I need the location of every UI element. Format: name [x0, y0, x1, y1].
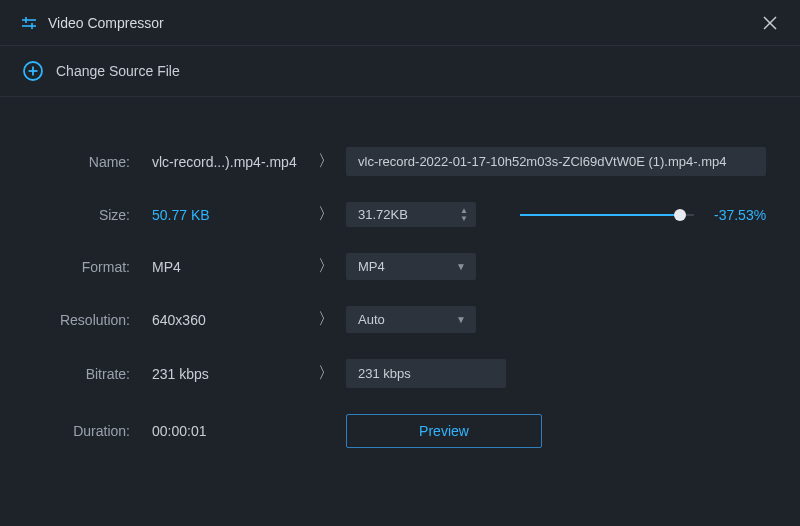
- label-format: Format:: [28, 259, 134, 275]
- titlebar: Video Compressor: [0, 0, 800, 46]
- chevron-down-icon: ▼: [456, 261, 466, 272]
- stepper-arrows: ▲ ▼: [460, 207, 468, 222]
- row-name: Name: vlc-record...).mp4-.mp4 〉 vlc-reco…: [28, 147, 772, 176]
- format-select[interactable]: MP4 ▼: [346, 253, 476, 280]
- arrow-icon: 〉: [306, 151, 346, 172]
- preview-button[interactable]: Preview: [346, 414, 542, 448]
- slider-thumb[interactable]: [674, 209, 686, 221]
- row-size: Size: 50.77 KB 〉 31.72KB ▲ ▼ -37.53%: [28, 202, 772, 227]
- row-bitrate: Bitrate: 231 kbps 〉 231 kbps: [28, 359, 772, 388]
- label-size: Size:: [28, 207, 134, 223]
- row-duration: Duration: 00:00:01 Preview: [28, 414, 772, 448]
- label-bitrate: Bitrate:: [28, 366, 134, 382]
- arrow-icon: 〉: [306, 309, 346, 330]
- compression-percent: -37.53%: [714, 207, 772, 223]
- target-size-value: 31.72KB: [358, 207, 408, 222]
- resolution-selected: Auto: [358, 312, 385, 327]
- label-name: Name:: [28, 154, 134, 170]
- source-format: MP4: [134, 259, 306, 275]
- chevron-down-icon: ▼: [456, 314, 466, 325]
- close-button[interactable]: [760, 13, 780, 33]
- target-size-stepper[interactable]: 31.72KB ▲ ▼: [346, 202, 476, 227]
- settings-form: Name: vlc-record...).mp4-.mp4 〉 vlc-reco…: [0, 97, 800, 468]
- compressor-icon: [20, 14, 38, 32]
- source-size: 50.77 KB: [134, 207, 306, 223]
- format-selected: MP4: [358, 259, 385, 274]
- source-name: vlc-record...).mp4-.mp4: [134, 154, 306, 170]
- size-slider[interactable]: [520, 214, 694, 216]
- arrow-icon: 〉: [306, 256, 346, 277]
- label-resolution: Resolution:: [28, 312, 134, 328]
- stepper-down-icon[interactable]: ▼: [460, 215, 468, 222]
- change-source-label: Change Source File: [56, 63, 180, 79]
- stepper-up-icon[interactable]: ▲: [460, 207, 468, 214]
- window-title: Video Compressor: [48, 15, 164, 31]
- add-icon: [22, 60, 44, 82]
- source-duration: 00:00:01: [134, 423, 306, 439]
- arrow-icon: 〉: [306, 363, 346, 384]
- titlebar-left: Video Compressor: [20, 14, 164, 32]
- label-duration: Duration:: [28, 423, 134, 439]
- change-source-file[interactable]: Change Source File: [0, 46, 800, 97]
- row-resolution: Resolution: 640x360 〉 Auto ▼: [28, 306, 772, 333]
- row-format: Format: MP4 〉 MP4 ▼: [28, 253, 772, 280]
- source-resolution: 640x360: [134, 312, 306, 328]
- resolution-select[interactable]: Auto ▼: [346, 306, 476, 333]
- arrow-icon: 〉: [306, 204, 346, 225]
- target-name-field[interactable]: vlc-record-2022-01-17-10h52m03s-ZCl69dVt…: [346, 147, 766, 176]
- source-bitrate: 231 kbps: [134, 366, 306, 382]
- slider-fill: [520, 214, 680, 216]
- size-slider-wrap: -37.53%: [520, 207, 772, 223]
- target-bitrate-field[interactable]: 231 kbps: [346, 359, 506, 388]
